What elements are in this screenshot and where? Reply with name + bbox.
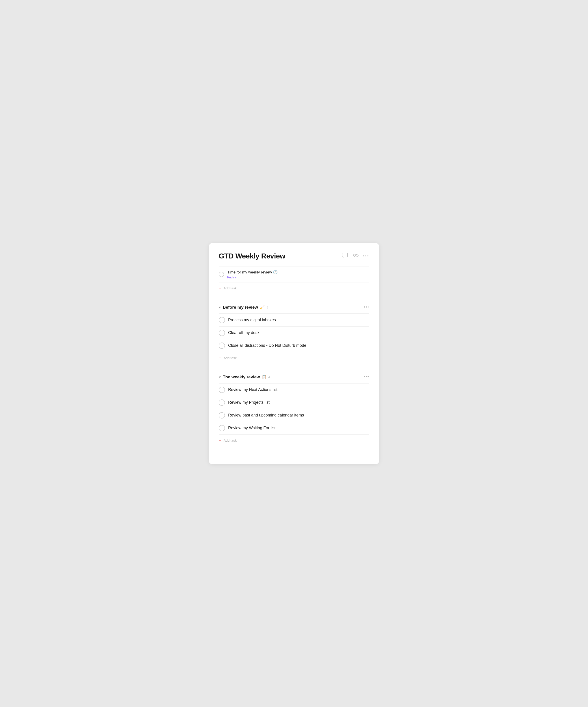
task-row-before-2: Clear off my desk	[219, 327, 369, 339]
add-icon-weekly: +	[219, 438, 221, 443]
svg-rect-0	[342, 253, 348, 257]
page-title: GTD Weekly Review	[219, 252, 285, 260]
section-header-left-before: ∨ Before my review 🧹 3	[219, 305, 269, 310]
more-icon[interactable]: •••	[363, 254, 369, 259]
add-task-row-top[interactable]: + Add task	[219, 282, 369, 294]
task-text-weekly-1: Review my Next Actions list	[228, 388, 277, 392]
add-task-row-before[interactable]: + Add task	[219, 352, 369, 364]
task-checkbox-weekly-3[interactable]	[219, 412, 225, 418]
task-row-before-3: Close all distractions - Do Not Disturb …	[219, 339, 369, 352]
task-row-weekly-4: Review my Waiting For list	[219, 422, 369, 435]
task-checkbox-weekly-2[interactable]	[219, 399, 225, 406]
task-checkbox-weekly-1[interactable]	[219, 387, 225, 393]
add-task-label-before: Add task	[223, 356, 237, 360]
task-content-1: Time for my weekly review 🕐 Friday ↕	[227, 270, 278, 279]
add-task-label-top: Add task	[223, 286, 237, 290]
section-title-weekly: The weekly review	[223, 375, 260, 379]
share-icon[interactable]	[352, 252, 358, 259]
task-row-before-1: Process my digital inboxes	[219, 313, 369, 327]
task-checkbox-before-2[interactable]	[219, 330, 225, 336]
section-before: ∨ Before my review 🧹 3 ••• Process my di…	[219, 301, 369, 364]
task-text-weekly-4: Review my Waiting For list	[228, 426, 275, 430]
task-text-before-3: Close all distractions - Do Not Disturb …	[228, 343, 306, 348]
chevron-before[interactable]: ∨	[219, 306, 221, 309]
task-text-weekly-2: Review my Projects list	[228, 400, 270, 405]
section-header-before: ∨ Before my review 🧹 3 •••	[219, 301, 369, 313]
task-text-before-2: Clear off my desk	[228, 330, 260, 335]
task-checkbox-before-1[interactable]	[219, 317, 225, 323]
section-tasks-before: Process my digital inboxes Clear off my …	[219, 313, 369, 352]
section-title-before: Before my review	[223, 305, 258, 310]
add-icon-before: +	[219, 356, 221, 360]
task-text-before-1: Process my digital inboxes	[228, 317, 276, 322]
task-row: Time for my weekly review 🕐 Friday ↕	[219, 267, 369, 282]
task-checkbox-1[interactable]	[219, 272, 224, 277]
section-menu-before[interactable]: •••	[364, 305, 369, 309]
header: GTD Weekly Review •••	[219, 252, 369, 260]
task-checkbox-before-3[interactable]	[219, 342, 225, 349]
task-text-weekly-3: Review past and upcoming calendar items	[228, 413, 304, 417]
section-tasks-weekly: Review my Next Actions list Review my Pr…	[219, 383, 369, 435]
comment-icon[interactable]	[342, 252, 348, 259]
task-row-weekly-3: Review past and upcoming calendar items	[219, 409, 369, 422]
recur-icon: ↕	[237, 275, 239, 279]
task-date-1: Friday	[227, 275, 236, 279]
section-emoji-before: 🧹	[260, 305, 265, 310]
add-icon-top: +	[219, 286, 221, 291]
top-task-section: Time for my weekly review 🕐 Friday ↕ + A…	[219, 267, 369, 294]
task-row-weekly-2: Review my Projects list	[219, 396, 369, 409]
add-task-row-weekly[interactable]: + Add task	[219, 435, 369, 446]
task-checkbox-weekly-4[interactable]	[219, 425, 225, 431]
task-text-1: Time for my weekly review 🕐	[227, 270, 278, 275]
add-task-label-weekly: Add task	[223, 438, 237, 442]
section-emoji-weekly: 📋	[262, 375, 267, 379]
header-icons: •••	[342, 252, 369, 259]
section-count-before: 3	[267, 305, 268, 309]
svg-point-1	[353, 254, 356, 257]
section-weekly: ∨ The weekly review 📋 4 ••• Review my Ne…	[219, 371, 369, 446]
section-header-weekly: ∨ The weekly review 📋 4 •••	[219, 371, 369, 383]
task-meta-1: Friday ↕	[227, 275, 278, 279]
svg-line-3	[356, 254, 357, 255]
chevron-weekly[interactable]: ∨	[219, 375, 221, 379]
section-menu-weekly[interactable]: •••	[364, 375, 369, 379]
main-card: GTD Weekly Review ••• Time f	[209, 243, 379, 464]
section-count-weekly: 4	[269, 375, 270, 379]
task-row-weekly-1: Review my Next Actions list	[219, 383, 369, 396]
section-header-left-weekly: ∨ The weekly review 📋 4	[219, 375, 270, 379]
